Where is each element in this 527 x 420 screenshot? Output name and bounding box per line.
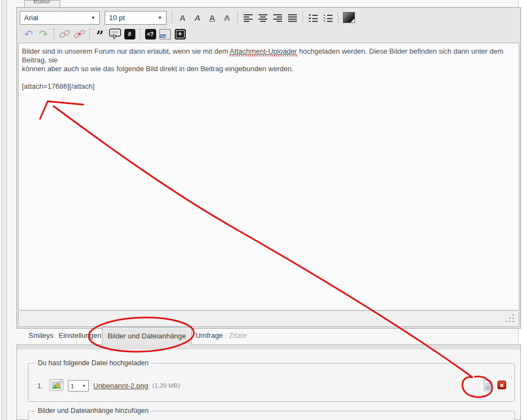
- align-left-button[interactable]: [240, 10, 255, 25]
- document-icon: [483, 379, 493, 391]
- attachment-number: 1.: [37, 382, 43, 390]
- insert-media-button[interactable]: +: [173, 27, 187, 41]
- bullet-list-icon: [308, 14, 318, 22]
- align-left-icon: [243, 14, 253, 22]
- image-thumbnail-icon: [49, 379, 64, 393]
- tab-editor-label: Editor: [25, 0, 60, 5]
- font-size-value: 10 pt: [109, 14, 125, 22]
- chevron-down-icon: ▼: [82, 384, 86, 388]
- tab-umfrage[interactable]: Umfrage: [196, 331, 223, 340]
- remove-link-button[interactable]: [72, 27, 87, 41]
- comment-button[interactable]: [107, 27, 122, 41]
- main-column: Editor Arial ▼ 10 pt ▼ A A A A: [8, 0, 519, 420]
- toolbar-separator: [302, 11, 303, 24]
- underline-button[interactable]: A: [205, 10, 220, 25]
- quote-icon: ”: [96, 33, 104, 39]
- unlink-icon: [73, 30, 85, 38]
- youtube-button[interactable]: You Tube: [158, 27, 173, 41]
- numbered-list-button[interactable]: [320, 10, 335, 25]
- attachments-panel: Du hast folgende Datei hochgeladen 1. 1 …: [16, 344, 521, 420]
- hash-button[interactable]: #: [122, 27, 137, 41]
- align-right-button[interactable]: [270, 10, 285, 25]
- rich-text-editor-container: Arial ▼ 10 pt ▼ A A A A: [16, 7, 521, 329]
- chevron-down-icon: ▼: [158, 15, 162, 20]
- plus-icon: +: [175, 29, 186, 39]
- add-fieldset-legend: Bilder und Dateianhänge hinzufügen: [35, 407, 151, 415]
- attachment-row: 1. 1 ▼ Unbenannt-2.png (1,39 MB): [28, 379, 514, 393]
- justify-button[interactable]: [285, 10, 300, 25]
- font-color-button[interactable]: [341, 10, 356, 25]
- align-center-icon: [258, 14, 268, 22]
- hash-icon: #: [124, 29, 135, 39]
- editor-paragraph: Bilder sind in unserem Forum nur dann er…: [22, 47, 515, 73]
- panel-header-strip: [17, 345, 520, 349]
- chevron-down-icon: ▼: [91, 15, 95, 20]
- tab-zitate-disabled: Zitate: [229, 331, 247, 340]
- tab-einstellungen[interactable]: Einstellungen: [59, 331, 101, 340]
- resize-grip-icon[interactable]: [506, 314, 515, 323]
- toolbar-separator: [237, 11, 238, 24]
- toolbar-separator: [140, 28, 140, 40]
- page: Editor Arial ▼ 10 pt ▼ A A A A: [0, 0, 527, 420]
- underline-icon: A: [209, 13, 215, 22]
- youtube-icon: You Tube: [159, 29, 171, 39]
- editor-resize-strip: [18, 312, 519, 327]
- link-icon: [59, 30, 71, 38]
- insert-link-button[interactable]: [57, 27, 72, 41]
- code-button[interactable]: <?: [143, 27, 158, 41]
- insert-into-post-button[interactable]: [483, 379, 493, 393]
- attach-bbcode: [attach=17686][/attach]: [22, 82, 515, 91]
- toolbar-separator: [54, 28, 54, 40]
- uploaded-file-fieldset: Du hast folgende Datei hochgeladen 1. 1 …: [28, 363, 515, 402]
- undo-button[interactable]: ↶: [21, 27, 36, 41]
- uploaded-fieldset-legend: Du hast folgende Datei hochgeladen: [35, 359, 151, 367]
- justify-icon: [288, 14, 297, 22]
- page-left-rail: [1, 0, 7, 420]
- code-icon: <?: [145, 29, 156, 39]
- font-family-select[interactable]: Arial ▼: [20, 11, 100, 25]
- align-center-button[interactable]: [255, 10, 270, 25]
- strikethrough-icon: A: [224, 13, 230, 22]
- font-family-value: Arial: [24, 14, 38, 22]
- add-attachments-fieldset: Bilder und Dateianhänge hinzufügen: [28, 411, 515, 420]
- bold-icon: A: [180, 13, 186, 22]
- bold-button[interactable]: A: [175, 10, 190, 25]
- editor-text-area[interactable]: Bilder sind in unserem Forum nur dann er…: [18, 43, 519, 310]
- tab-smileys[interactable]: Smileys: [28, 331, 54, 340]
- font-size-select[interactable]: 10 pt ▼: [105, 11, 167, 25]
- italic-icon: A: [194, 13, 201, 22]
- spellcheck-word: Attachment-Uploader: [230, 47, 297, 56]
- position-value: 1: [71, 383, 74, 389]
- align-right-icon: [273, 14, 283, 22]
- attachment-position-select[interactable]: 1 ▼: [68, 380, 89, 392]
- italic-button[interactable]: A: [190, 10, 205, 25]
- tab-editor[interactable]: Editor: [24, 0, 60, 7]
- attachment-filesize: (1,39 MB): [152, 382, 180, 389]
- toolbar-separator: [172, 11, 173, 24]
- delete-attachment-button[interactable]: [497, 381, 506, 389]
- bullet-list-button[interactable]: [306, 10, 320, 25]
- toolbar-row-2: ↶ ↷ ” # <? You: [17, 26, 187, 42]
- toolbar-separator: [338, 11, 339, 24]
- tab-bilder-und-dateianhaenge[interactable]: Bilder und Dateianhänge: [102, 327, 192, 345]
- strikethrough-button[interactable]: A: [220, 10, 234, 25]
- toolbar-row-1: Arial ▼ 10 pt ▼ A A A A: [17, 10, 356, 25]
- toolbar-separator: [89, 28, 90, 40]
- attachment-filename-link[interactable]: Unbenannt-2.png: [93, 382, 148, 390]
- redo-icon: ↷: [39, 28, 48, 41]
- quote-button[interactable]: ”: [93, 27, 107, 41]
- speech-bubble-icon: [109, 28, 121, 39]
- undo-icon: ↶: [25, 28, 33, 41]
- color-picker-icon: [343, 12, 355, 23]
- redo-button[interactable]: ↷: [36, 27, 51, 41]
- numbered-list-icon: [323, 14, 333, 22]
